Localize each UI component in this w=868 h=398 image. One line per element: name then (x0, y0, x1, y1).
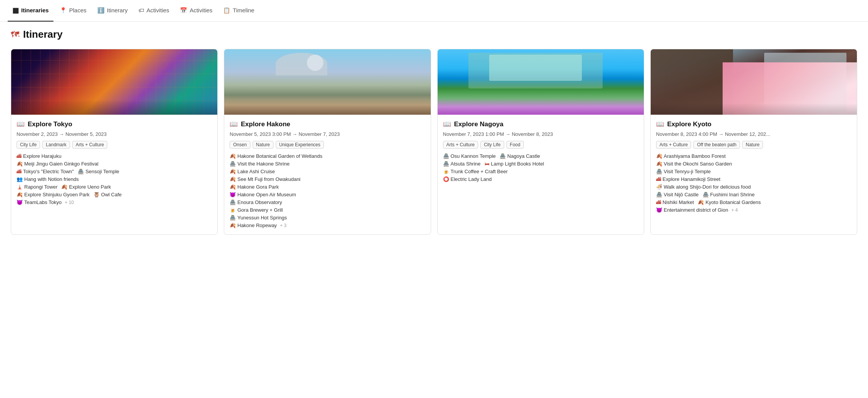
card-tokyo-body: 📖 Explore Tokyo November 2, 2023 → Novem… (11, 115, 217, 211)
main-nav: ▦ Itineraries 📍 Places ℹ️ Itinerary 🏷 Ac… (0, 0, 868, 22)
card-kyoto-date: November 8, 2023 4:00 PM → November 12, … (656, 131, 851, 137)
tag: Unique Experiences (276, 141, 324, 149)
nav-places-label: Places (69, 7, 87, 13)
nav-itinerary[interactable]: ℹ️ Itinerary (93, 0, 132, 22)
card-hakone[interactable]: 📖 Explore Hakone November 5, 2023 3:00 P… (224, 49, 431, 235)
activity-row: 🏯 Yunessun Hot Springs (230, 215, 425, 221)
itinerary-icon: ℹ️ (97, 7, 105, 14)
card-kyoto[interactable]: 📖 Explore Kyoto November 8, 2023 4:00 PM… (650, 49, 857, 235)
activity-row: 🏙 Explore Hanamikoji Street (656, 176, 851, 182)
nav-itineraries[interactable]: ▦ Itineraries (8, 0, 53, 22)
activity-row: 🍂 See Mt Fuji from Owakudani (230, 176, 425, 182)
tag: Food (506, 141, 524, 149)
card-kyoto-body: 📖 Explore Kyoto November 8, 2023 4:00 PM… (651, 115, 857, 219)
tag: Landmark (42, 141, 70, 149)
card-kyoto-activities: 🍂 Arashiyama Bamboo Forest 🍂 Visit the O… (656, 153, 851, 213)
activity-row: 🏙 Explore Harajuku (17, 153, 212, 159)
tag: Off the beaten path (693, 141, 740, 149)
card-nagoya[interactable]: 📖 Explore Nagoya November 7, 2023 1:00 P… (437, 49, 644, 235)
activity-row: 🏯 Enoura Observatory (230, 199, 425, 205)
activity-row: 😈 TeamLabs Tokyo + 10 (17, 199, 212, 205)
cards-grid: 📖 Explore Tokyo November 2, 2023 → Novem… (0, 46, 868, 249)
card-tokyo-date: November 2, 2023 → November 5, 2023 (17, 131, 212, 137)
activity-row: 🍺 Trunk Coffee + Craft Beer (443, 169, 638, 174)
activity-row: 🍂 Meiji Jingu Gaien Ginkgo Festival (17, 161, 212, 167)
nav-timeline-label: Timeline (233, 7, 254, 13)
card-nagoya-tags: Arts + Culture City Life Food (443, 141, 638, 149)
card-tokyo[interactable]: 📖 Explore Tokyo November 2, 2023 → Novem… (11, 49, 218, 235)
activity-row: 🏯 Visit Tenryu-ji Temple (656, 169, 851, 174)
activity-row: ⭕ Electric Lady Land (443, 176, 638, 182)
tag: Arts + Culture (656, 141, 691, 149)
card-nagoya-body: 📖 Explore Nagoya November 7, 2023 1:00 P… (438, 115, 644, 188)
nav-itinerary-label: Itinerary (107, 7, 128, 13)
tag: City Life (17, 141, 40, 149)
card-hakone-date: November 5, 2023 3:00 PM → November 7, 2… (230, 131, 425, 137)
card-nagoya-date: November 7, 2023 1:00 PM → November 8, 2… (443, 131, 638, 137)
tag: Nature (253, 141, 273, 149)
activity-row: 🍺 Gora Brewery + Grill (230, 207, 425, 213)
card-hakone-title: 📖 Explore Hakone (230, 120, 425, 128)
activity-row: 🍂 Hakone Botanical Garden of Wetlands (230, 153, 425, 159)
card-nagoya-activities: 🏯 Osu Kannon Temple 🏯 Nagoya Castle 🏯 At… (443, 153, 638, 182)
hakone-title-icon: 📖 (230, 120, 238, 128)
card-tokyo-image (11, 49, 217, 115)
activity-row: 🍂 Arashiyama Bamboo Forest (656, 153, 851, 159)
activity-row: 👥 Hang with Notion friends (17, 176, 212, 182)
nav-places[interactable]: 📍 Places (55, 0, 91, 22)
activity-row: 🍂 Lake Ashi Cruise (230, 169, 425, 174)
card-kyoto-image (651, 49, 857, 115)
card-hakone-body: 📖 Explore Hakone November 5, 2023 3:00 P… (224, 115, 430, 234)
kyoto-title-icon: 📖 (656, 120, 664, 128)
activities1-icon: 🏷 (138, 7, 144, 13)
activity-row: 🗼 Rapongi Tower 🍂 Explore Ueno Park (17, 184, 212, 190)
card-hakone-tags: Onsen Nature Unique Experiences (230, 141, 425, 149)
activity-row: 🏙 Nishiki Market 🍂 Kyoto Botanical Garde… (656, 199, 851, 205)
card-hakone-image (224, 49, 430, 115)
nav-timeline[interactable]: 📋 Timeline (218, 0, 259, 22)
card-nagoya-image (438, 49, 644, 115)
page-title-icon: 🗺 (11, 30, 19, 40)
card-nagoya-title: 📖 Explore Nagoya (443, 120, 638, 128)
activity-row: 🏙 Tokyo's "Electric Town" 🏯 Sensoji Temp… (17, 169, 212, 174)
activity-row: 🍂 Explore Shinjuku Gyoen Park 🦉 Owl Cafe (17, 192, 212, 197)
card-tokyo-tags: City Life Landmark Arts + Culture (17, 141, 212, 149)
activity-row: 😈 Entertainment district of Gion + 4 (656, 207, 851, 213)
card-tokyo-title: 📖 Explore Tokyo (17, 120, 212, 128)
tag: Nature (742, 141, 763, 149)
activity-row: 🍂 Hakone Ropeway + 3 (230, 222, 425, 228)
activity-row: 🏯 Visit Nijō Castle 🏯 Fushimi Inari Shri… (656, 192, 851, 197)
card-tokyo-activities: 🏙 Explore Harajuku 🍂 Meiji Jingu Gaien G… (17, 153, 212, 205)
card-hakone-activities: 🍂 Hakone Botanical Garden of Wetlands 🏯 … (230, 153, 425, 228)
tag: Arts + Culture (443, 141, 478, 149)
activity-row: 🍂 Hakone Gora Park (230, 184, 425, 190)
activity-row: 🏯 Osu Kannon Temple 🏯 Nagoya Castle (443, 153, 638, 159)
nav-activities1-label: Activities (147, 7, 169, 13)
nav-activities2[interactable]: 📅 Activities (175, 0, 217, 22)
nagoya-title-icon: 📖 (443, 120, 451, 128)
activity-row: 😈 Hakone Open Air Museum (230, 192, 425, 197)
activities2-icon: 📅 (180, 7, 187, 14)
tag: City Life (480, 141, 504, 149)
nav-activities1[interactable]: 🏷 Activities (134, 0, 174, 22)
card-kyoto-tags: Arts + Culture Off the beaten path Natur… (656, 141, 851, 149)
activity-row: 🍜 Walk along Shijo-Dori for delicious fo… (656, 184, 851, 190)
card-kyoto-title: 📖 Explore Kyoto (656, 120, 851, 128)
tag: Onsen (230, 141, 250, 149)
activity-row: 🍂 Visit the Okochi Sanso Garden (656, 161, 851, 167)
nav-activities2-label: Activities (190, 7, 212, 13)
timeline-icon: 📋 (223, 7, 230, 14)
page-title-bar: 🗺 Itinerary (0, 22, 868, 46)
page-title: Itinerary (23, 28, 63, 40)
activity-row: 🏯 Visit the Hakone Shrine (230, 161, 425, 167)
nav-itineraries-label: Itineraries (21, 7, 49, 13)
tokyo-title-icon: 📖 (17, 120, 25, 128)
places-icon: 📍 (60, 7, 67, 14)
itineraries-icon: ▦ (12, 6, 19, 15)
activity-row: 🏯 Atsuta Shrine 🛏 Lamp Light Books Hotel (443, 161, 638, 167)
tag: Arts + Culture (72, 141, 108, 149)
